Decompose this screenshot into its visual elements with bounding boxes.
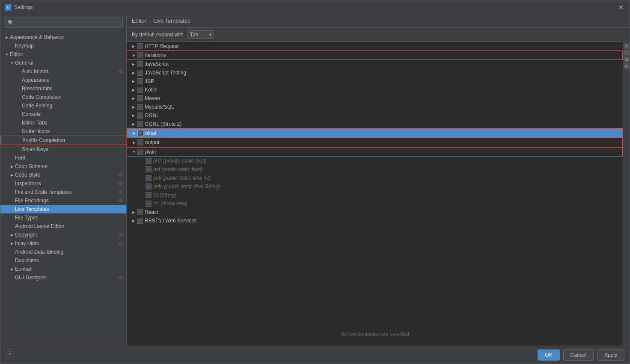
sidebar-item-font[interactable]: Font: [0, 154, 126, 162]
template-row-iterations[interactable]: ▶ iterations: [127, 50, 623, 60]
template-row-react[interactable]: ▶ React: [127, 208, 623, 216]
sidebar-item-appearance[interactable]: Appearance: [0, 76, 126, 84]
template-row-thr[interactable]: thr (throw new): [127, 199, 623, 208]
sidebar-item-emmet[interactable]: ▶ Emmet: [0, 265, 126, 273]
template-row-plain[interactable]: ▼ plain: [127, 147, 623, 157]
sidebar-item-code-style[interactable]: ▶ Code Style ⚙: [0, 171, 126, 179]
sidebar-item-code-folding[interactable]: Code Folding: [0, 101, 126, 110]
template-row-mybatis-sql[interactable]: ▶ Mybatis/SQL: [127, 103, 623, 111]
template-checkbox[interactable]: [137, 70, 143, 76]
template-checkbox[interactable]: [137, 43, 143, 49]
cancel-button[interactable]: Cancel: [563, 349, 594, 361]
template-checkbox[interactable]: [146, 183, 152, 189]
sidebar-item-keymap[interactable]: Keymap: [0, 41, 126, 50]
sidebar-item-live-templates[interactable]: Live Templates: [0, 205, 126, 213]
template-checkbox[interactable]: [137, 130, 143, 136]
apply-button[interactable]: Apply: [597, 349, 624, 361]
sidebar-item-console[interactable]: Console: [0, 110, 126, 118]
template-row-output[interactable]: ▶ output: [127, 138, 623, 147]
template-row-prsf[interactable]: prsf (private static final): [127, 157, 623, 165]
restore-button[interactable]: ↩: [624, 63, 630, 69]
panel-header: Editor › Live Templates: [127, 14, 630, 28]
expand-with-dropdown[interactable]: Tab Enter Space: [187, 30, 214, 39]
sidebar-item-file-types[interactable]: File Types: [0, 213, 126, 222]
template-checkbox[interactable]: [146, 158, 152, 164]
sidebar-item-general[interactable]: ▼ General: [0, 59, 126, 67]
template-checkbox[interactable]: [146, 166, 152, 172]
expand-arrow-icon: ▶: [131, 79, 136, 84]
arrow-icon: ▶: [9, 266, 15, 272]
template-checkbox[interactable]: [146, 175, 152, 181]
main-content: ▶ Appearance & Behavior Keymap ▼ Editor …: [0, 14, 630, 346]
template-row-ognl[interactable]: ▶ OGNL: [127, 111, 623, 120]
sidebar-item-label: Duplicates: [15, 257, 123, 263]
sidebar-item-file-code-templates[interactable]: File and Code Templates ⚙: [0, 188, 126, 196]
arrow-icon: [16, 111, 22, 117]
template-checkbox[interactable]: [137, 209, 143, 215]
template-row-ognl-struts2[interactable]: ▶ OGNL (Struts 2): [127, 120, 623, 128]
template-row-maven[interactable]: ▶ Maven: [127, 94, 623, 103]
arrow-icon: ▶: [9, 232, 15, 238]
sidebar-item-android-data-binding[interactable]: Android Data Binding: [0, 248, 126, 256]
ok-button[interactable]: OK: [538, 349, 559, 361]
sidebar-item-duplicates[interactable]: Duplicates: [0, 256, 126, 265]
expand-arrow-icon: ▶: [131, 87, 136, 92]
template-checkbox[interactable]: [137, 78, 143, 84]
sidebar-item-label: Auto Import: [22, 68, 117, 74]
template-checkbox[interactable]: [137, 87, 143, 93]
arrow-icon: [9, 189, 15, 195]
remove-button[interactable]: −: [624, 50, 630, 56]
sidebar-item-inlay-hints[interactable]: ▶ Inlay Hints ⚙: [0, 239, 126, 248]
template-row-st[interactable]: St (String): [127, 191, 623, 199]
sidebar-item-auto-import[interactable]: Auto Import ⚙: [0, 67, 126, 76]
sidebar-item-android-layout-editor[interactable]: Android Layout Editor: [0, 222, 126, 231]
sidebar-item-label: Android Layout Editor: [15, 223, 123, 229]
sidebar-item-code-completion[interactable]: Code Completion: [0, 93, 126, 101]
search-input[interactable]: [4, 18, 123, 28]
dialog-title: Settings: [14, 4, 33, 10]
template-checkbox[interactable]: [137, 61, 143, 67]
sidebar-item-appearance-behavior[interactable]: ▶ Appearance & Behavior: [0, 33, 126, 41]
template-row-restful-web-services[interactable]: ▶ RESTful Web Services: [127, 216, 623, 225]
template-checkbox[interactable]: [137, 104, 143, 110]
sidebar-item-breadcrumbs[interactable]: Breadcrumbs: [0, 84, 126, 93]
template-row-psfi[interactable]: psfi (public static final int): [127, 174, 623, 182]
sidebar-item-file-encodings[interactable]: File Encodings ⚙: [0, 196, 126, 205]
template-checkbox[interactable]: [137, 52, 143, 58]
copy-button[interactable]: ⧉: [624, 56, 630, 62]
sidebar-item-editor-tabs[interactable]: Editor Tabs: [0, 118, 126, 127]
sidebar-item-inspections[interactable]: Inspections ⚙: [0, 179, 126, 188]
template-row-jsp[interactable]: ▶ JSP: [127, 77, 623, 86]
help-button[interactable]: ?: [6, 351, 14, 359]
template-checkbox[interactable]: [137, 149, 143, 155]
template-checkbox[interactable]: [137, 121, 143, 127]
template-checkbox[interactable]: [137, 112, 143, 118]
arrow-icon: [16, 120, 22, 126]
sidebar-item-gui-designer[interactable]: GUI Designer ⚙: [0, 273, 126, 282]
template-row-http-request[interactable]: ▶ HTTP Request: [127, 42, 623, 50]
gear-icon: ⚙: [119, 172, 123, 178]
template-checkbox[interactable]: [137, 218, 143, 224]
template-row-psf[interactable]: psf (public static final): [127, 165, 623, 174]
template-row-kotlin[interactable]: ▶ Kotlin: [127, 86, 623, 94]
sidebar-item-gutter-icons[interactable]: Gutter Icons: [0, 127, 126, 136]
template-checkbox[interactable]: [137, 95, 143, 101]
sidebar-item-copyright[interactable]: ▶ Copyright ⚙: [0, 231, 126, 239]
template-checkbox[interactable]: [137, 139, 143, 145]
sidebar-item-smart-keys[interactable]: Smart Keys: [0, 145, 126, 154]
sidebar-item-postfix-completion[interactable]: Postfix Completion: [0, 136, 126, 145]
sidebar-item-editor[interactable]: ▼ Editor: [0, 50, 126, 59]
template-row-psfs[interactable]: psfs (public static final String): [127, 182, 623, 191]
add-button[interactable]: +: [624, 43, 630, 49]
template-row-javascript-testing[interactable]: ▶ JavaScript Testing: [127, 68, 623, 77]
template-checkbox[interactable]: [146, 192, 152, 198]
template-row-other[interactable]: ▶ other: [127, 128, 623, 138]
expand-arrow-icon: [140, 175, 145, 181]
sidebar-item-color-scheme[interactable]: ▶ Color Scheme: [0, 162, 126, 171]
close-button[interactable]: ✕: [617, 3, 625, 12]
template-checkbox[interactable]: [146, 201, 152, 207]
template-row-javascript[interactable]: ▶ JavaScript: [127, 60, 623, 68]
sidebar-item-label: Postfix Completion: [22, 137, 122, 143]
sidebar-item-label: Appearance: [22, 77, 123, 83]
expand-arrow-icon: [140, 192, 145, 198]
